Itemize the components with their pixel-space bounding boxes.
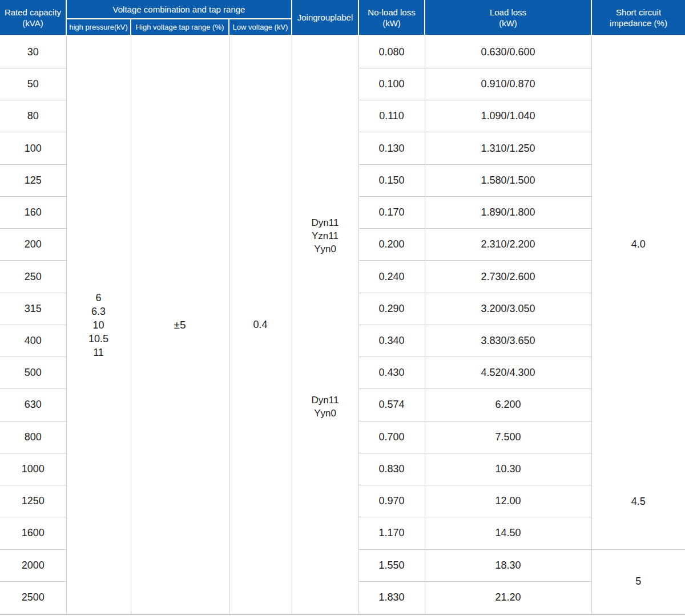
header-short-circuit-impedance: Short circuit impedance (%) (591, 0, 685, 35)
merged-cell-impedance-upper: 4.0 4.5 (591, 35, 685, 549)
header-rated-capacity: Rated capacity (kVA) (0, 0, 66, 35)
cell-load-loss: 2.310/2.200 (425, 229, 591, 261)
cell-capacity: 800 (0, 421, 66, 453)
cell-capacity: 1250 (0, 485, 66, 517)
cell-no-load-loss: 0.100 (358, 68, 425, 100)
merged-cell-tap-range: ±5 (131, 35, 229, 614)
cell-capacity: 30 (0, 35, 66, 68)
cell-load-loss: 1.310/1.250 (425, 132, 591, 164)
cell-load-loss: 3.200/3.050 (425, 293, 591, 325)
cell-load-loss: 4.520/4.300 (425, 357, 591, 389)
header-low-voltage: Low voltage (kV) (229, 19, 292, 35)
transformer-spec-page: Rated capacity (kVA) Voltage combination… (0, 0, 685, 616)
header-high-pressure: high pressure(kV) (66, 19, 131, 35)
cell-no-load-loss: 0.170 (358, 196, 425, 228)
cell-capacity: 315 (0, 293, 66, 325)
cell-load-loss: 18.30 (425, 549, 591, 581)
cell-capacity: 630 (0, 389, 66, 421)
cell-no-load-loss: 0.200 (358, 229, 425, 261)
transformer-spec-table: Rated capacity (kVA) Voltage combination… (0, 0, 685, 615)
cell-load-loss: 12.00 (425, 485, 591, 517)
cell-no-load-loss: 0.830 (358, 453, 425, 485)
joingroup-label-bottom: Dyn11 Yyn0 (292, 394, 358, 420)
cell-load-loss: 14.50 (425, 517, 591, 549)
cell-no-load-loss: 0.340 (358, 325, 425, 356)
cell-load-loss: 0.630/0.600 (425, 35, 591, 68)
impedance-value-4-5: 4.5 (592, 495, 685, 508)
cell-load-loss: 7.500 (425, 421, 591, 453)
cell-load-loss: 1.890/1.800 (425, 196, 591, 228)
cell-capacity: 400 (0, 325, 66, 356)
cell-capacity: 100 (0, 132, 66, 164)
cell-no-load-loss: 0.574 (358, 389, 425, 421)
cell-capacity: 1000 (0, 453, 66, 485)
cell-capacity: 500 (0, 357, 66, 389)
cell-capacity: 250 (0, 261, 66, 293)
cell-load-loss: 2.730/2.600 (425, 261, 591, 293)
cell-capacity: 200 (0, 229, 66, 261)
cell-no-load-loss: 1.550 (358, 549, 425, 581)
cell-load-loss: 6.200 (425, 389, 591, 421)
merged-cell-impedance-lower: 5 (591, 549, 685, 614)
header-voltage-combination-group: Voltage combination and tap range (66, 0, 292, 19)
cell-no-load-loss: 0.150 (358, 164, 425, 196)
cell-capacity: 2500 (0, 581, 66, 614)
cell-capacity: 125 (0, 164, 66, 196)
cell-no-load-loss: 0.430 (358, 357, 425, 389)
table-row: 30 6 6.3 10 10.5 11 ±5 0.4 Dyn11 Yzn11 Y… (0, 35, 685, 68)
header-joingrouplabel: Joingrouplabel (292, 0, 358, 35)
cell-load-loss: 21.20 (425, 581, 591, 614)
joingroup-label-top: Dyn11 Yzn11 Yyn0 (292, 216, 358, 256)
cell-capacity: 80 (0, 100, 66, 132)
cell-load-loss: 10.30 (425, 453, 591, 485)
cell-load-loss: 0.910/0.870 (425, 68, 591, 100)
merged-cell-joingroup: Dyn11 Yzn11 Yyn0 Dyn11 Yyn0 (292, 35, 358, 614)
cell-load-loss: 3.830/3.650 (425, 325, 591, 356)
cell-no-load-loss: 0.240 (358, 261, 425, 293)
header-tap-range: High voltage tap range (%) (131, 19, 229, 35)
cell-no-load-loss: 0.080 (358, 35, 425, 68)
cell-capacity: 160 (0, 196, 66, 228)
cell-capacity: 2000 (0, 549, 66, 581)
header-no-load-loss: No-load loss (kW) (358, 0, 425, 35)
cell-capacity: 1600 (0, 517, 66, 549)
cell-no-load-loss: 0.700 (358, 421, 425, 453)
cell-no-load-loss: 0.130 (358, 132, 425, 164)
cell-no-load-loss: 1.170 (358, 517, 425, 549)
cell-no-load-loss: 0.970 (358, 485, 425, 517)
merged-cell-low-voltage: 0.4 (229, 35, 292, 614)
header-load-loss: Load loss (kW) (425, 0, 591, 35)
cell-no-load-loss: 0.290 (358, 293, 425, 325)
header-row-groups: Rated capacity (kVA) Voltage combination… (0, 0, 685, 19)
merged-cell-high-pressure: 6 6.3 10 10.5 11 (66, 35, 131, 614)
cell-load-loss: 1.580/1.500 (425, 164, 591, 196)
cell-no-load-loss: 0.110 (358, 100, 425, 132)
cell-load-loss: 1.090/1.040 (425, 100, 591, 132)
impedance-value-4-0: 4.0 (592, 238, 685, 251)
cell-no-load-loss: 1.830 (358, 581, 425, 614)
cell-capacity: 50 (0, 68, 66, 100)
